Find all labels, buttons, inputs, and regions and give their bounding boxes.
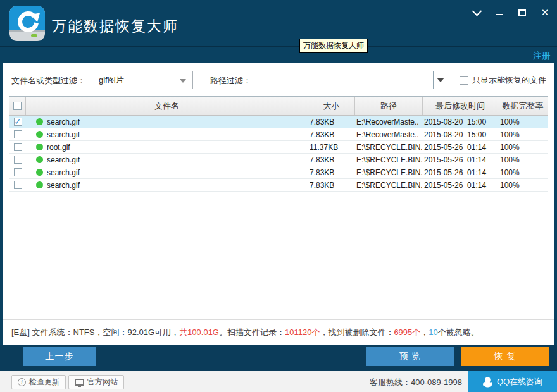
- maximize-button[interactable]: [515, 6, 529, 20]
- file-size: 7.83KB: [308, 128, 355, 140]
- path-filter-label: 路径过滤：: [210, 75, 251, 87]
- select-all-header[interactable]: [9, 97, 26, 115]
- row-checkbox[interactable]: [14, 130, 22, 138]
- file-path: E:\$RECYCLE.BIN..: [355, 141, 423, 153]
- file-size: 7.83KB: [308, 116, 355, 128]
- title-bar: 万能数据恢复大师 ✕ 万能数据恢复大师 注册: [0, 0, 557, 63]
- status-text: [E盘] 文件系统：NTFS，空间：92.01G可用，: [11, 327, 179, 338]
- recoverable-dot-icon: [36, 118, 43, 125]
- select-all-checkbox[interactable]: [13, 102, 22, 110]
- file-name: root.gif: [47, 143, 70, 152]
- content-panel: 文件名或类型过滤： gif图片 路径过滤： 只显示能恢复的文件 文件名 大小 路…: [3, 63, 554, 345]
- qq-support-label: QQ在线咨询: [497, 376, 542, 388]
- close-icon: ✕: [541, 7, 549, 18]
- column-header-integrity[interactable]: 数据完整率: [498, 97, 548, 115]
- file-name: search.gif: [47, 118, 80, 126]
- file-integrity: 100%: [498, 128, 548, 140]
- check-update-button[interactable]: i 检查更新: [11, 375, 66, 389]
- path-filter-input[interactable]: [261, 71, 430, 89]
- window-controls: ✕: [470, 4, 552, 21]
- dropdown-arrow-icon: [437, 78, 444, 82]
- column-header-name[interactable]: 文件名: [26, 97, 308, 115]
- file-integrity: 100%: [498, 154, 548, 166]
- file-path: E:\RecoverMaste..: [355, 116, 423, 128]
- file-modified: 2015-08-20 15:00: [423, 116, 498, 128]
- file-size: 7.83KB: [308, 166, 355, 178]
- status-text: ，: [420, 327, 429, 338]
- titlebar-divider: [0, 46, 557, 47]
- file-size: 7.83KB: [308, 154, 355, 166]
- table-row[interactable]: root.gif 11.37KB E:\$RECYCLE.BIN.. 2015-…: [9, 141, 548, 154]
- monitor-icon: [75, 379, 84, 386]
- file-path: E:\RecoverMaste..: [355, 128, 423, 140]
- recoverable-dot-icon: [36, 144, 43, 150]
- back-button[interactable]: 上一步: [23, 347, 96, 366]
- status-deleted-count: 6995个: [394, 327, 420, 338]
- file-path: E:\$RECYCLE.BIN..: [355, 166, 423, 178]
- status-total-space: 共100.01G: [179, 327, 219, 338]
- action-strip: 上一步 预 览 恢 复: [0, 345, 557, 371]
- file-integrity: 100%: [498, 166, 548, 178]
- status-text: 。扫描文件记录：: [219, 327, 285, 338]
- qq-penguin-icon: [483, 377, 492, 388]
- row-checkbox[interactable]: [14, 181, 22, 189]
- status-scanned-count: 101120个: [285, 327, 320, 338]
- file-integrity: 100%: [498, 116, 548, 128]
- table-row[interactable]: search.gif 7.83KB E:\$RECYCLE.BIN.. 2015…: [9, 154, 548, 166]
- recoverable-filter-label: 只显示能恢复的文件: [472, 75, 546, 86]
- menu-chevron-button[interactable]: [470, 6, 484, 20]
- status-text: ，找到被删除文件：: [320, 327, 394, 338]
- file-size: 7.83KB: [308, 179, 355, 191]
- hotline-text: 客服热线：400-089-1998: [370, 377, 462, 388]
- row-checkbox[interactable]: [14, 143, 22, 151]
- table-row[interactable]: search.gif 7.83KB E:\$RECYCLE.BIN.. 2015…: [9, 179, 548, 192]
- close-button[interactable]: ✕: [538, 6, 552, 20]
- row-checkbox[interactable]: [14, 156, 22, 164]
- status-bar: [E盘] 文件系统：NTFS，空间：92.01G可用，共100.01G。扫描文件…: [3, 319, 554, 345]
- status-ignored-count: 10: [429, 328, 437, 337]
- maximize-icon: [518, 9, 526, 16]
- recoverable-dot-icon: [36, 181, 43, 188]
- column-header-size[interactable]: 大小: [308, 97, 355, 115]
- qq-support-button[interactable]: QQ在线咨询: [468, 371, 557, 392]
- file-modified: 2015-05-26 01:14: [423, 141, 498, 153]
- app-title: 万能数据恢复大师: [52, 16, 178, 36]
- recoverable-dot-icon: [36, 131, 43, 138]
- file-integrity: 100%: [498, 141, 548, 153]
- column-header-path[interactable]: 路径: [355, 97, 423, 115]
- recoverable-dot-icon: [36, 169, 43, 176]
- file-path: E:\$RECYCLE.BIN..: [355, 154, 423, 166]
- file-modified: 2015-05-26 01:14: [423, 166, 498, 178]
- table-row[interactable]: search.gif 7.83KB E:\RecoverMaste.. 2015…: [9, 128, 548, 141]
- tooltip: 万能数据恢复大师: [299, 39, 368, 53]
- file-path: E:\$RECYCLE.BIN..: [355, 179, 423, 191]
- file-modified: 2015-08-20 15:00: [423, 128, 498, 140]
- footer-bar: i 检查更新 官方网站 客服热线：400-089-1998 QQ在线咨询: [0, 371, 557, 392]
- minimize-button[interactable]: [492, 6, 506, 20]
- table-row[interactable]: search.gif 7.83KB E:\$RECYCLE.BIN.. 2015…: [9, 166, 548, 179]
- row-checkbox[interactable]: [14, 118, 22, 126]
- recover-button[interactable]: 恢 复: [461, 347, 549, 366]
- register-link[interactable]: 注册: [533, 51, 551, 62]
- app-logo-icon: [9, 5, 46, 42]
- file-modified: 2015-05-26 01:14: [423, 154, 498, 166]
- row-checkbox[interactable]: [14, 168, 22, 176]
- recoverable-filter-checkbox[interactable]: [460, 76, 468, 85]
- type-filter-dropdown[interactable]: gif图片: [94, 71, 193, 89]
- column-header-modified[interactable]: 最后修改时间: [423, 97, 498, 115]
- recoverable-filter-checkbox-group[interactable]: 只显示能恢复的文件: [460, 75, 546, 86]
- path-filter-dropdown-button[interactable]: [433, 71, 447, 89]
- file-name: search.gif: [47, 156, 80, 164]
- file-name: search.gif: [47, 168, 80, 177]
- status-text: 个被忽略。: [438, 327, 479, 338]
- file-size: 11.37KB: [308, 141, 355, 153]
- table-row[interactable]: search.gif 7.83KB E:\RecoverMaste.. 2015…: [9, 116, 548, 128]
- preview-button[interactable]: 预 览: [366, 347, 454, 366]
- type-filter-label: 文件名或类型过滤：: [11, 75, 85, 87]
- minimize-icon: [496, 14, 503, 15]
- dropdown-arrow-icon: [180, 79, 186, 83]
- official-site-button[interactable]: 官方网站: [68, 375, 124, 389]
- file-name: search.gif: [47, 130, 80, 139]
- recoverable-dot-icon: [36, 156, 43, 163]
- file-name: search.gif: [47, 181, 80, 190]
